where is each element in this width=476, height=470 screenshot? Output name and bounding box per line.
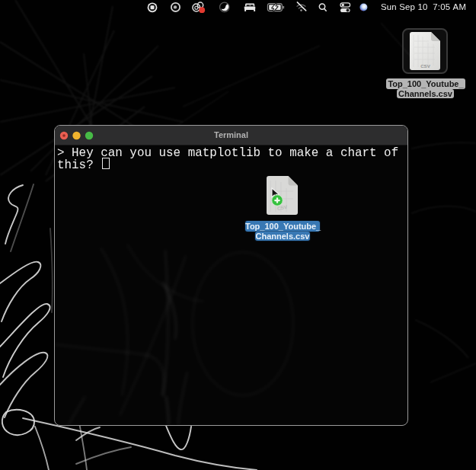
svg-text:CSV: CSV [420, 63, 431, 69]
